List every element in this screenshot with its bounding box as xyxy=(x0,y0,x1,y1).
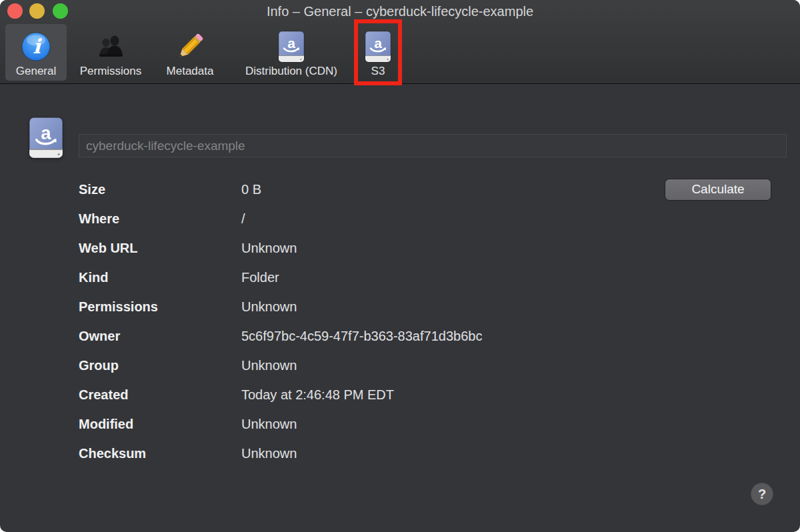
s3-drive-icon: a xyxy=(363,30,393,63)
row-label: Kind xyxy=(79,270,241,285)
toolbar: i General Permissions xyxy=(0,22,800,83)
pencil-icon xyxy=(174,30,206,63)
tab-general[interactable]: i General xyxy=(5,24,67,81)
general-pane: a Size 0 B Calculate Where / Web URL Unk… xyxy=(0,84,800,532)
window-header: Info – General – cyberduck-lifecycle-exa… xyxy=(0,0,800,84)
info-window: Info – General – cyberduck-lifecycle-exa… xyxy=(0,0,800,532)
row-value: Unknown xyxy=(241,358,297,373)
row-label: Owner xyxy=(79,329,241,344)
row-value: Today at 2:46:48 PM EDT xyxy=(241,387,394,403)
s3-bucket-icon: a xyxy=(27,117,65,161)
row-value: 5c6f97bc-4c59-47f7-b363-83af71d3b6bc xyxy=(241,329,482,344)
row-value: Unknown xyxy=(241,299,297,315)
window-title: Info – General – cyberduck-lifecycle-exa… xyxy=(0,0,800,22)
tab-metadata-label: Metadata xyxy=(167,65,214,78)
row-value: / xyxy=(241,211,245,227)
s3-drive-icon: a xyxy=(277,30,306,63)
svg-text:a: a xyxy=(41,123,51,143)
tab-metadata[interactable]: Metadata xyxy=(159,24,221,81)
row-kind: Kind Folder xyxy=(79,263,771,292)
tab-s3[interactable]: a S3 xyxy=(357,24,399,81)
row-label: Web URL xyxy=(79,241,241,256)
row-label: Created xyxy=(79,387,241,403)
row-where: Where / xyxy=(79,204,771,233)
people-icon xyxy=(96,30,125,63)
attributes-list: Size 0 B Calculate Where / Web URL Unkno… xyxy=(79,175,771,468)
row-value: Unknown xyxy=(241,241,297,256)
svg-text:a: a xyxy=(287,35,295,51)
row-group: Group Unknown xyxy=(79,351,771,380)
question-mark-icon: ? xyxy=(758,487,766,502)
row-label: Where xyxy=(79,211,241,227)
row-web-url: Web URL Unknown xyxy=(79,233,771,263)
row-modified: Modified Unknown xyxy=(79,409,771,439)
row-size: Size 0 B Calculate xyxy=(79,175,771,204)
calculate-button[interactable]: Calculate xyxy=(665,179,771,200)
row-permissions: Permissions Unknown xyxy=(79,292,771,321)
filename-input[interactable] xyxy=(79,134,787,157)
row-label: Size xyxy=(79,182,241,197)
row-value: Folder xyxy=(241,270,279,285)
tab-s3-label: S3 xyxy=(371,65,385,78)
row-label: Checksum xyxy=(79,446,241,461)
row-created: Created Today at 2:46:48 PM EDT xyxy=(79,380,771,409)
row-label: Group xyxy=(79,358,241,373)
svg-text:a: a xyxy=(374,35,382,51)
tab-distribution-cdn[interactable]: a Distribution (CDN) xyxy=(231,24,352,81)
tab-permissions[interactable]: Permissions xyxy=(72,24,149,81)
titlebar[interactable]: Info – General – cyberduck-lifecycle-exa… xyxy=(0,0,800,22)
help-button[interactable]: ? xyxy=(751,483,773,505)
row-checksum: Checksum Unknown xyxy=(79,439,771,468)
row-label: Permissions xyxy=(79,299,241,315)
row-value: Unknown xyxy=(241,417,297,432)
tab-permissions-label: Permissions xyxy=(80,65,142,78)
row-value: Unknown xyxy=(241,446,297,461)
row-owner: Owner 5c6f97bc-4c59-47f7-b363-83af71d3b6… xyxy=(79,321,771,351)
row-value: 0 B xyxy=(241,182,261,197)
tab-general-label: General xyxy=(16,65,56,78)
tab-distribution-cdn-label: Distribution (CDN) xyxy=(245,65,337,78)
info-icon: i xyxy=(21,30,51,63)
row-label: Modified xyxy=(79,417,241,432)
